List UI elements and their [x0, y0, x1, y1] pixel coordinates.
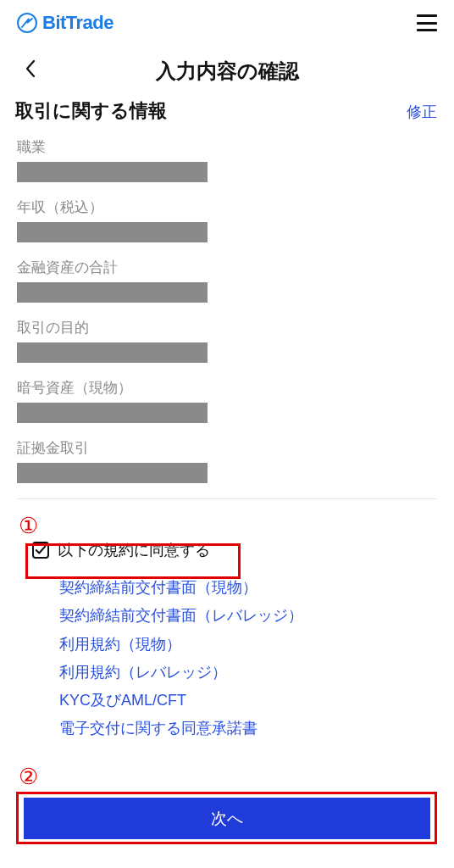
consent-label: 以下の規約に同意する	[58, 540, 210, 560]
field-label: 暗号資産（現物）	[17, 378, 437, 398]
doc-link-terms-spot[interactable]: 利用規約（現物）	[59, 631, 454, 659]
fields-list: 職業 年収（税込） 金融資産の合計 取引の目的 暗号資産（現物） 証拠金取引	[0, 131, 454, 483]
consent-row: 以下の規約に同意する	[0, 535, 454, 565]
field-purpose: 取引の目的	[17, 318, 437, 363]
title-bar: 入力内容の確認	[0, 42, 454, 93]
hamburger-menu-icon[interactable]	[417, 14, 437, 31]
consent-checkbox[interactable]	[32, 542, 49, 559]
field-income: 年収（税込）	[17, 198, 437, 242]
annotation-2: ②	[19, 764, 38, 790]
field-value-redacted	[17, 282, 208, 303]
check-icon	[35, 544, 47, 556]
section-title: 取引に関する情報	[15, 98, 167, 124]
field-assets: 金融資産の合計	[17, 258, 437, 303]
page-title: 入力内容の確認	[17, 58, 437, 85]
field-value-redacted	[17, 342, 208, 363]
field-label: 金融資産の合計	[17, 258, 437, 277]
field-crypto-spot: 暗号資産（現物）	[17, 378, 437, 423]
brand-logo[interactable]: BitTrade	[17, 12, 114, 34]
edit-link[interactable]: 修正	[407, 102, 437, 122]
field-label: 職業	[17, 137, 437, 157]
brand-name: BitTrade	[42, 12, 114, 34]
doc-link-contract-spot[interactable]: 契約締結前交付書面（現物）	[59, 574, 454, 602]
field-value-redacted	[17, 403, 208, 423]
field-label: 取引の目的	[17, 318, 437, 337]
doc-link-electronic-consent[interactable]: 電子交付に関する同意承諾書	[59, 715, 454, 743]
field-value-redacted	[17, 463, 208, 483]
field-value-redacted	[17, 162, 208, 182]
app-header: BitTrade	[0, 0, 454, 42]
field-label: 証拠金取引	[17, 438, 437, 458]
divider	[17, 498, 437, 499]
section-header: 取引に関する情報 修正	[0, 93, 454, 131]
doc-link-kyc-aml[interactable]: KYC及びAML/CFT	[59, 687, 454, 715]
field-label: 年収（税込）	[17, 198, 437, 217]
back-button[interactable]	[24, 58, 37, 85]
doc-link-contract-leverage[interactable]: 契約締結前交付書面（レバレッジ）	[59, 602, 454, 630]
logo-mark-icon	[17, 13, 37, 33]
field-margin: 証拠金取引	[17, 438, 437, 483]
field-occupation: 職業	[17, 137, 437, 182]
document-links: 契約締結前交付書面（現物） 契約締結前交付書面（レバレッジ） 利用規約（現物） …	[0, 565, 454, 743]
chevron-left-icon	[24, 58, 37, 79]
doc-link-terms-leverage[interactable]: 利用規約（レバレッジ）	[59, 659, 454, 687]
annotation-1: ①	[19, 513, 38, 539]
field-value-redacted	[17, 222, 208, 242]
next-button[interactable]: 次へ	[24, 798, 430, 839]
